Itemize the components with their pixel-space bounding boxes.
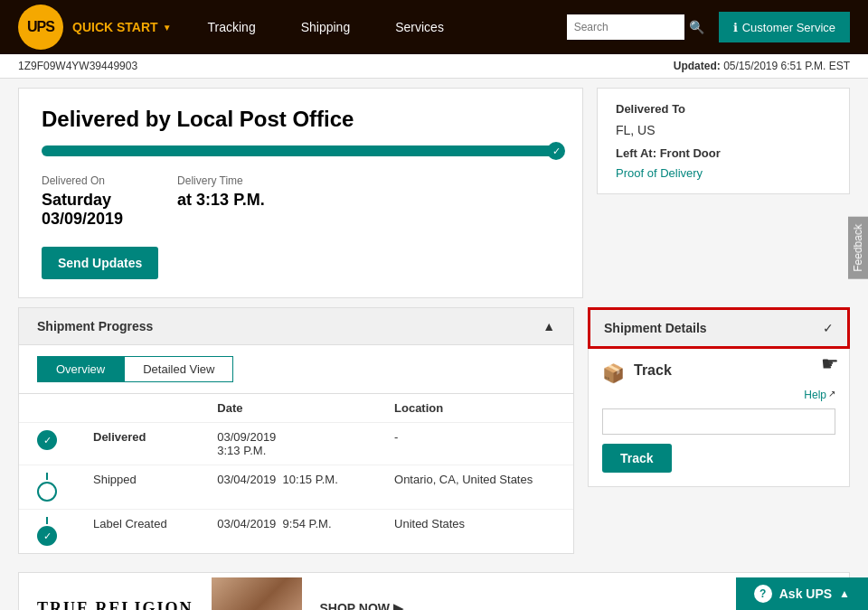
shipment-details-content: 📦 Track Help ↗ Track bbox=[588, 349, 850, 487]
navbar: UPS QUICK START ▼ Tracking Shipping Serv… bbox=[0, 0, 868, 54]
quickstart-chevron-icon: ▼ bbox=[163, 23, 172, 33]
help-link[interactable]: Help bbox=[804, 389, 826, 401]
updated-value: 05/15/2019 6:51 P.M. EST bbox=[723, 60, 850, 72]
main-content: Delivered by Local Post Office ✓ Deliver… bbox=[0, 79, 868, 307]
shipped-date-cell: 03/04/2019 10:15 P.M. bbox=[199, 465, 376, 510]
track-input[interactable] bbox=[602, 408, 835, 435]
delivered-date-cell: 03/09/20193:13 P.M. bbox=[199, 423, 376, 465]
delivery-title: Delivered by Local Post Office bbox=[42, 107, 560, 132]
shipment-table: Date Location ✓ Delivered 03/09/20193:13… bbox=[19, 394, 573, 553]
track-package-icon: 📦 bbox=[602, 362, 625, 384]
customer-service-icon: ℹ bbox=[733, 21, 738, 34]
shipment-details-header[interactable]: Shipment Details ✓ ☛ bbox=[588, 307, 850, 349]
shipment-progress-header: Shipment Progress ▲ bbox=[19, 308, 573, 345]
progress-bar-fill bbox=[42, 145, 560, 156]
help-link-container: Help ↗ bbox=[602, 389, 835, 401]
send-updates-button[interactable]: Send Updates bbox=[42, 247, 158, 279]
search-button[interactable]: 🔍 bbox=[684, 14, 710, 40]
feedback-tab[interactable]: Feedback bbox=[848, 217, 868, 279]
progress-bar: ✓ bbox=[42, 145, 560, 156]
delivery-time-value: at 3:13 P.M. bbox=[177, 191, 265, 210]
tracking-bar: 1Z9F09W4YW39449903 Updated: 05/15/2019 6… bbox=[0, 54, 868, 79]
shipment-progress-card: Shipment Progress ▲ Overview Detailed Vi… bbox=[18, 307, 574, 554]
col-location-header: Location bbox=[376, 394, 573, 423]
help-external-icon: ↗ bbox=[828, 389, 835, 401]
shipment-section: Shipment Progress ▲ Overview Detailed Vi… bbox=[0, 307, 868, 563]
left-at-label: Left At: bbox=[616, 146, 656, 160]
col-event-header bbox=[75, 394, 199, 423]
collapse-icon[interactable]: ▲ bbox=[542, 319, 555, 333]
delivered-to-heading: Delivered To bbox=[616, 102, 831, 116]
shipped-location-cell: Ontario, CA, United States bbox=[376, 465, 573, 510]
track-button[interactable]: Track bbox=[602, 444, 672, 473]
nav-tracking[interactable]: Tracking bbox=[208, 20, 256, 34]
shipment-progress-title: Shipment Progress bbox=[37, 319, 153, 333]
ask-ups-bar[interactable]: ? Ask UPS ▲ bbox=[736, 577, 868, 610]
delivered-on-value: Saturday03/09/2019 bbox=[42, 191, 123, 229]
delivered-status-label: Delivered bbox=[93, 430, 146, 444]
track-title: Track bbox=[634, 362, 672, 379]
ad-brand-name: True Religion bbox=[37, 599, 193, 611]
label-created-icon-cell: ✓ bbox=[19, 510, 75, 554]
shipped-icon-cell bbox=[19, 465, 75, 510]
status-icon-cell: ✓ bbox=[19, 423, 75, 465]
table-row: Shipped 03/04/2019 10:15 P.M. Ontario, C… bbox=[19, 465, 573, 510]
left-at-value: Front Door bbox=[660, 146, 721, 160]
progress-bar-check-icon: ✓ bbox=[547, 142, 565, 160]
delivered-on-item: Delivered On Saturday03/09/2019 bbox=[42, 174, 123, 229]
customer-service-label: Customer Service bbox=[742, 21, 835, 34]
shipped-circle-icon bbox=[37, 482, 57, 502]
delivered-location-cell: - bbox=[376, 423, 573, 465]
track-section: 📦 Track bbox=[602, 362, 835, 384]
delivered-to-location: FL, US bbox=[616, 123, 831, 137]
view-tabs: Overview Detailed View bbox=[19, 345, 573, 394]
search-box: 🔍 bbox=[567, 14, 710, 40]
col-date-header: Date bbox=[199, 394, 376, 423]
ask-ups-chevron-icon: ▲ bbox=[839, 587, 850, 600]
shipment-details-chevron-icon: ✓ bbox=[823, 321, 834, 335]
delivery-time-item: Delivery Time at 3:13 P.M. bbox=[177, 174, 265, 229]
nav-right: 🔍 ℹ Customer Service bbox=[567, 12, 850, 42]
left-at: Left At: Front Door bbox=[616, 146, 831, 160]
label-created-label-cell: Label Created bbox=[75, 510, 199, 554]
nav-links: Tracking Shipping Services bbox=[208, 20, 567, 34]
ups-logo: UPS bbox=[18, 5, 63, 50]
shipment-details-title: Shipment Details bbox=[604, 321, 707, 335]
table-row: ✓ Delivered 03/09/20193:13 P.M. - bbox=[19, 423, 573, 465]
quickstart-label: QUICK START bbox=[72, 20, 158, 34]
ask-ups-label: Ask UPS bbox=[779, 587, 832, 601]
customer-service-button[interactable]: ℹ Customer Service bbox=[719, 12, 850, 42]
proof-of-delivery-link[interactable]: Proof of Delivery bbox=[616, 166, 703, 180]
ups-logo-text: UPS bbox=[27, 19, 54, 35]
tracking-number: 1Z9F09W4YW39449903 bbox=[18, 60, 137, 72]
label-created-date-cell: 03/04/2019 9:54 P.M. bbox=[199, 510, 376, 554]
shipment-details-panel: Shipment Details ✓ ☛ 📦 Track Help ↗ Trac… bbox=[588, 307, 850, 554]
delivered-to-card: Delivered To FL, US Left At: Front Door … bbox=[597, 88, 850, 194]
quickstart-menu[interactable]: QUICK START ▼ bbox=[72, 20, 172, 34]
ad-banner: True Religion SHOP NOW ▶ bbox=[18, 572, 850, 610]
status-label-cell: Delivered bbox=[75, 423, 199, 465]
ad-image bbox=[212, 577, 302, 610]
delivered-on-label: Delivered On bbox=[42, 174, 123, 187]
ad-shop-now[interactable]: SHOP NOW ▶ bbox=[320, 601, 403, 610]
nav-shipping[interactable]: Shipping bbox=[301, 20, 351, 34]
updated-label: Updated: bbox=[674, 60, 721, 72]
nav-services[interactable]: Services bbox=[395, 20, 444, 34]
updated-text: Updated: 05/15/2019 6:51 P.M. EST bbox=[674, 60, 850, 72]
delivery-card: Delivered by Local Post Office ✓ Deliver… bbox=[18, 88, 583, 298]
delivery-time-label: Delivery Time bbox=[177, 174, 265, 187]
delivery-info: Delivered On Saturday03/09/2019 Delivery… bbox=[42, 174, 560, 229]
tab-overview[interactable]: Overview bbox=[37, 356, 124, 382]
tab-detailed[interactable]: Detailed View bbox=[124, 356, 233, 382]
ask-ups-icon: ? bbox=[754, 585, 772, 603]
col-status-header bbox=[19, 394, 75, 423]
shipped-label-cell: Shipped bbox=[75, 465, 199, 510]
ad-banner-content: True Religion SHOP NOW ▶ bbox=[19, 577, 849, 610]
label-created-circle-icon: ✓ bbox=[37, 526, 57, 546]
delivered-check-icon: ✓ bbox=[37, 430, 57, 450]
table-row: ✓ Label Created 03/04/2019 9:54 P.M. Uni… bbox=[19, 510, 573, 554]
label-created-location-cell: United States bbox=[376, 510, 573, 554]
search-input[interactable] bbox=[567, 14, 684, 40]
